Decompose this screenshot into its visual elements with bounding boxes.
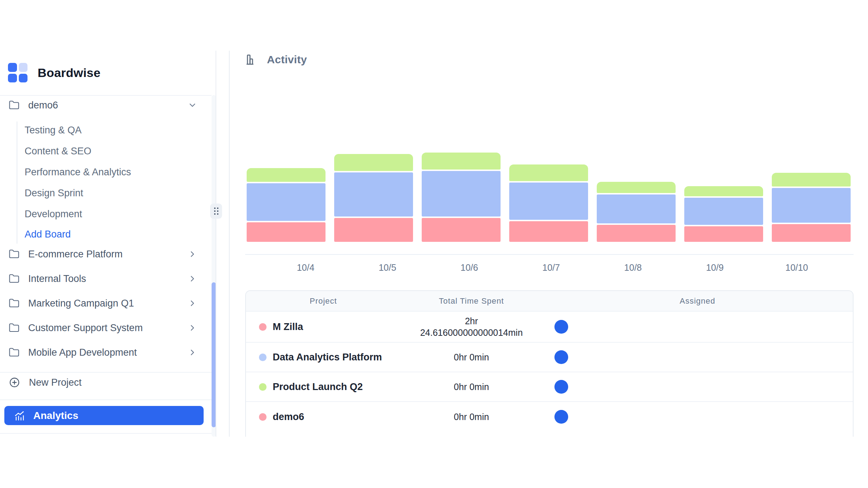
bar-segment-product-launch-q2[interactable] xyxy=(422,153,501,170)
chevron-right-icon xyxy=(188,299,197,308)
bar-segment-product-launch-q2[interactable] xyxy=(772,173,851,187)
table-row: Data Analytics Platform 0hr 0min xyxy=(246,343,853,372)
project-list: E-commerce Platform Internal Tools Marke… xyxy=(0,245,212,368)
analytics-icon xyxy=(14,410,25,421)
x-axis-label: 10/8 xyxy=(593,262,673,273)
table-row: Product Launch Q2 0hr 0min xyxy=(246,372,853,402)
bar-segment-data-analytics-platform[interactable] xyxy=(684,198,763,225)
column-header-assigned: Assigned xyxy=(542,296,853,306)
sidebar: Boardwise demo6 Testing & QA Content & S… xyxy=(0,47,212,437)
table-row: M Zilla 2hr24.616000000000014min xyxy=(246,312,853,343)
project-color-dot xyxy=(259,323,267,331)
table-header: Project Total Time Spent Assigned xyxy=(246,291,853,312)
bar-segment-data-analytics-platform[interactable] xyxy=(509,183,588,220)
content-divider xyxy=(229,51,230,437)
page-title: Activity xyxy=(267,53,307,66)
sidebar-project-item[interactable]: Customer Support System xyxy=(0,319,212,337)
tree-indent-line xyxy=(17,121,17,244)
sidebar-divider xyxy=(0,372,212,373)
sidebar-rail-line xyxy=(216,51,216,437)
sidebar-board-item[interactable]: Testing & QA xyxy=(25,120,131,141)
project-color-dot xyxy=(259,413,267,421)
project-name: Data Analytics Platform xyxy=(273,352,382,363)
assignee-avatar[interactable] xyxy=(554,380,568,394)
board-list: Testing & QA Content & SEO Performance &… xyxy=(25,120,131,244)
bar-segment-m-zilla[interactable] xyxy=(597,225,676,242)
sidebar-divider xyxy=(0,95,212,96)
folder-icon xyxy=(9,347,20,358)
folder-icon xyxy=(9,298,20,309)
grip-handle-icon[interactable] xyxy=(210,204,222,219)
bar-segment-m-zilla[interactable] xyxy=(422,218,501,242)
analytics-nav-button[interactable]: Analytics xyxy=(4,406,204,425)
column-header-total-time: Total Time Spent xyxy=(401,296,542,306)
assignee-avatar[interactable] xyxy=(554,350,568,364)
table-row: demo6 0hr 0min xyxy=(246,402,853,432)
column-header-project: Project xyxy=(246,296,401,306)
sidebar-board-item[interactable]: Development xyxy=(25,204,131,224)
bar-segment-product-launch-q2[interactable] xyxy=(597,182,676,193)
app-root: Boardwise demo6 Testing & QA Content & S… xyxy=(0,0,868,488)
bar-segment-data-analytics-platform[interactable] xyxy=(597,194,676,223)
chevron-right-icon xyxy=(188,323,197,333)
bar-segment-data-analytics-platform[interactable] xyxy=(422,171,501,217)
bar-segment-product-launch-q2[interactable] xyxy=(334,154,413,171)
chevron-right-icon xyxy=(188,348,197,357)
chevron-down-icon[interactable] xyxy=(188,100,197,110)
bar-chart-icon xyxy=(244,53,258,67)
table-body: M Zilla 2hr24.616000000000014min Data An… xyxy=(246,312,853,432)
project-color-dot xyxy=(259,354,267,361)
x-axis-line xyxy=(245,254,854,255)
bar-segment-product-launch-q2[interactable] xyxy=(247,168,326,182)
x-axis-label: 10/9 xyxy=(675,262,755,273)
bar-segment-m-zilla[interactable] xyxy=(509,221,588,242)
bar-segment-product-launch-q2[interactable] xyxy=(684,186,763,196)
bar-segment-data-analytics-platform[interactable] xyxy=(247,183,326,221)
sidebar-project-item[interactable]: Internal Tools xyxy=(0,270,212,288)
sidebar-group-demo6[interactable]: demo6 xyxy=(0,96,212,114)
x-axis-label: 10/10 xyxy=(757,262,837,273)
project-name: M Zilla xyxy=(273,321,303,333)
x-axis-label: 10/7 xyxy=(511,262,591,273)
sidebar-project-item[interactable]: Mobile App Development xyxy=(0,343,212,361)
bar-segment-product-launch-q2[interactable] xyxy=(509,164,588,181)
sidebar-project-item[interactable]: Marketing Campaign Q1 xyxy=(0,294,212,312)
bar-segment-m-zilla[interactable] xyxy=(684,226,763,242)
total-time-spent: 0hr 0min xyxy=(401,411,542,423)
bar-segment-m-zilla[interactable] xyxy=(772,224,851,242)
time-spent-table: Project Total Time Spent Assigned M Zill… xyxy=(245,290,854,437)
chevron-right-icon xyxy=(188,249,197,259)
folder-icon xyxy=(9,322,20,333)
folder-icon xyxy=(9,273,20,284)
sidebar-board-item[interactable]: Design Sprint xyxy=(25,183,131,204)
new-project-button[interactable]: New Project xyxy=(0,373,212,391)
project-color-dot xyxy=(259,383,267,391)
add-board-link[interactable]: Add Board xyxy=(25,224,131,244)
sidebar-bottom-border xyxy=(0,433,212,434)
project-name: demo6 xyxy=(273,411,304,423)
x-axis-label: 10/5 xyxy=(348,262,427,273)
x-axis-label: 10/4 xyxy=(266,262,345,273)
total-time-spent: 0hr 0min xyxy=(401,381,542,393)
sidebar-divider xyxy=(0,399,212,400)
chevron-right-icon xyxy=(188,274,197,283)
sidebar-board-item[interactable]: Content & SEO xyxy=(25,141,131,162)
folder-icon xyxy=(9,100,20,111)
assignee-avatar[interactable] xyxy=(554,320,568,334)
activity-header: Activity xyxy=(244,53,307,67)
assignee-avatar[interactable] xyxy=(554,410,568,424)
bar-segment-data-analytics-platform[interactable] xyxy=(772,188,851,223)
brand-row: Boardwise xyxy=(8,63,101,82)
project-name: Product Launch Q2 xyxy=(273,381,363,393)
total-time-spent: 0hr 0min xyxy=(401,351,542,363)
plus-circle-icon xyxy=(9,377,20,388)
bar-segment-data-analytics-platform[interactable] xyxy=(334,172,413,217)
bar-segment-m-zilla[interactable] xyxy=(247,222,326,242)
grid-logo-icon xyxy=(8,63,27,82)
group-label: demo6 xyxy=(28,100,188,111)
sidebar-project-item[interactable]: E-commerce Platform xyxy=(0,245,212,263)
folder-icon xyxy=(9,249,20,260)
sidebar-board-item[interactable]: Performance & Analytics xyxy=(25,162,131,183)
total-time-spent: 2hr24.616000000000014min xyxy=(401,315,542,338)
bar-segment-m-zilla[interactable] xyxy=(334,218,413,242)
